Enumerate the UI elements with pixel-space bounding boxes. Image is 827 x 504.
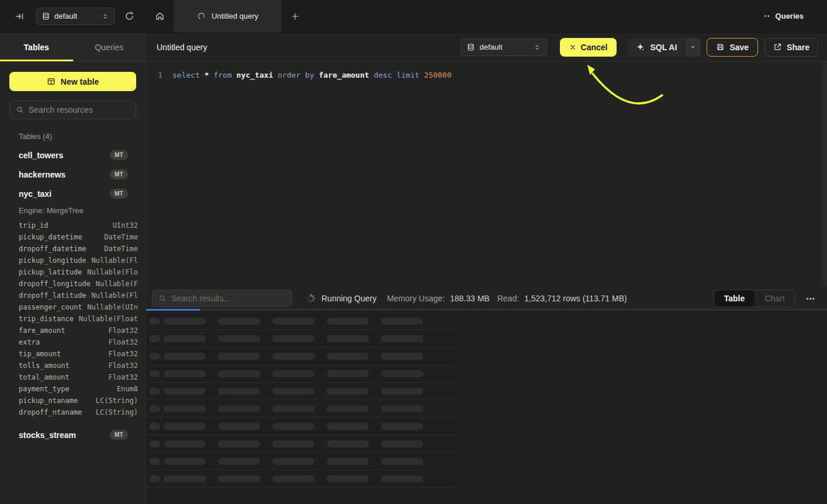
sql-code: select * from nyc_taxi order by fare_amo… <box>172 69 452 81</box>
topbar-database-selector[interactable]: default <box>36 8 115 25</box>
new-table-button[interactable]: New table <box>9 72 136 91</box>
results-body <box>146 311 827 504</box>
skeleton-row <box>146 365 458 383</box>
more-options-button[interactable] <box>802 291 818 306</box>
skeleton-cell <box>218 475 260 482</box>
table-row-nyc_taxi[interactable]: nyc_taxiMT <box>0 184 146 203</box>
table-name: nyc_taxi <box>19 189 51 199</box>
column-row: pickup_ntanameLC(String) <box>19 395 138 406</box>
column-row: dropoff_ntanameLC(String) <box>19 406 138 418</box>
column-type: Nullable(UIn <box>83 303 138 311</box>
column-name: fare_amount <box>19 326 65 335</box>
skeleton-cell <box>381 388 423 395</box>
column-name: pickup_ntaname <box>19 397 78 405</box>
home-icon <box>155 11 165 21</box>
skeleton-cell <box>149 318 160 325</box>
column-name: payment_type <box>19 385 70 393</box>
query-header-actions: default Cancel <box>461 38 818 57</box>
sql-editor[interactable]: 1 select * from nyc_taxi order by fare_a… <box>146 62 827 286</box>
new-tab-button[interactable] <box>282 0 309 32</box>
sql-ai-dropdown-button[interactable] <box>685 38 701 57</box>
sidebar-body: New table Tables (4) cell_towersMThacker… <box>0 62 146 504</box>
skeleton-cell <box>218 423 260 430</box>
column-name: tip_amount <box>19 350 61 358</box>
save-button[interactable]: Save <box>707 38 758 57</box>
table-row-stocks_stream[interactable]: stocks_streamMT <box>0 425 146 444</box>
column-row: fare_amountFloat32 <box>19 325 138 336</box>
table-row-hackernews[interactable]: hackernewsMT <box>0 165 146 184</box>
table-row-cell_towers[interactable]: cell_towersMT <box>0 145 146 165</box>
skeleton-row <box>146 418 458 435</box>
skeleton-cell <box>327 405 369 412</box>
table-engine-badge: MT <box>110 430 128 440</box>
sparkle-icon <box>636 43 645 51</box>
collapse-sidebar-button[interactable] <box>12 9 27 24</box>
chart-view-button[interactable]: Chart <box>755 290 795 307</box>
column-row: dropoff_longitudeNullable(F <box>19 278 138 290</box>
skeleton-cell <box>218 335 260 342</box>
share-icon <box>773 43 782 51</box>
skeleton-cell <box>272 318 314 325</box>
cancel-button[interactable]: Cancel <box>560 38 617 57</box>
column-type: DateTime <box>100 245 138 253</box>
column-row: dropoff_latitudeNullable(Fl <box>19 290 138 301</box>
read-label: Read: <box>497 294 519 303</box>
skeleton-cell <box>218 388 260 395</box>
query-progress-track <box>146 309 827 311</box>
column-type: Float32 <box>104 338 138 346</box>
tab-label: Untitled query <box>212 12 258 20</box>
view-toggle: Table Chart <box>714 290 795 307</box>
queries-label: Queries <box>776 12 804 20</box>
refresh-connection-button[interactable] <box>122 9 137 24</box>
query-database-selector[interactable]: default <box>461 39 547 56</box>
sidebar-tab-queries[interactable]: Queries <box>73 33 146 61</box>
table-engine-badge: MT <box>110 150 128 160</box>
table-view-button[interactable]: Table <box>714 290 755 307</box>
skeleton-cell <box>272 440 314 447</box>
search-results-input[interactable] <box>171 294 286 303</box>
column-name: dropoff_longitude <box>19 280 91 288</box>
skeleton-cell <box>327 370 369 377</box>
skeleton-row <box>146 470 458 488</box>
chart-view-label: Chart <box>764 294 784 303</box>
skeleton-cell <box>327 335 369 342</box>
sidebar-tab-tables[interactable]: Tables <box>0 33 73 61</box>
line-number: 1 <box>155 69 162 81</box>
skeleton-cell <box>272 353 314 360</box>
home-tab-button[interactable] <box>146 0 174 32</box>
chevron-up-down-icon <box>534 43 541 51</box>
skeleton-cell <box>218 440 260 447</box>
column-type: Nullable(Flo <box>83 268 138 276</box>
queries-panel-button[interactable]: Queries <box>763 0 827 32</box>
column-name: dropoff_latitude <box>19 291 86 300</box>
memory-usage-value: 188.33 MB <box>450 294 490 303</box>
chevron-up-down-icon <box>102 12 109 20</box>
share-button[interactable]: Share <box>764 38 818 57</box>
column-name: dropoff_datetime <box>19 245 86 253</box>
column-type: Enum8 <box>113 385 138 393</box>
column-type: Nullable(Fl <box>88 291 138 300</box>
cancel-label: Cancel <box>581 43 608 52</box>
skeleton-cell <box>218 405 260 412</box>
query-status-text: Running Query <box>321 294 376 303</box>
ellipsis-icon <box>807 298 808 300</box>
ellipsis-icon <box>812 298 814 300</box>
skeleton-cell <box>272 458 314 465</box>
column-name: pickup_datetime <box>19 233 82 241</box>
skeleton-cell <box>381 353 423 360</box>
column-row: pickup_latitudeNullable(Flo <box>19 266 138 278</box>
skeleton-cell <box>381 475 423 482</box>
skeleton-row <box>146 383 458 400</box>
skeleton-cell <box>381 440 423 447</box>
table-grid-icon <box>47 77 56 86</box>
queries-icon <box>763 12 771 20</box>
save-icon <box>716 43 725 51</box>
query-header: Untitled query default Cancel <box>146 33 827 62</box>
tab-untitled-query[interactable]: Untitled query <box>174 0 282 32</box>
sidebar-tab-queries-label: Queries <box>95 43 123 52</box>
search-resources-input[interactable] <box>29 105 134 114</box>
skeleton-cell <box>164 335 206 342</box>
sql-ai-button[interactable]: SQL AI <box>628 38 685 57</box>
refresh-icon <box>124 11 134 21</box>
table-name: stocks_stream <box>19 430 76 440</box>
